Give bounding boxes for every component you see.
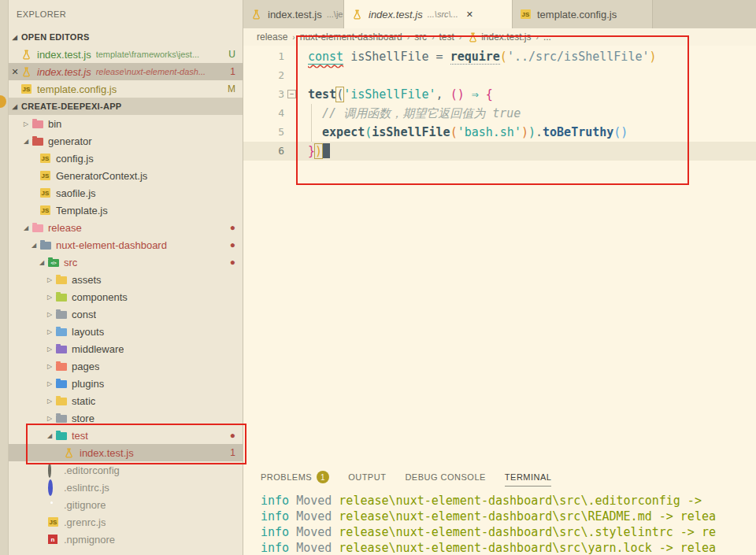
code-line-3: test('isShellFile', () ⇒ { — [308, 85, 756, 104]
js-file-icon: JS — [21, 83, 33, 94]
code-token: 'bash.sh' — [458, 125, 521, 139]
tree-item-middleware[interactable]: ▷middleware — [9, 340, 243, 357]
tree-item-index.test.js[interactable]: index.test.js1 — [9, 444, 243, 461]
terminal-token: release\nuxt-element-dashboard\src\.styl… — [339, 525, 716, 539]
problem-count-badge: 1 — [230, 447, 235, 458]
line-number: 1 — [278, 47, 284, 66]
breadcrumb-more[interactable]: ... — [543, 31, 551, 43]
tree-item-release[interactable]: ◢release● — [9, 219, 243, 236]
chevron-expanded-icon[interactable]: ◢ — [28, 242, 40, 249]
close-icon[interactable]: ✕ — [466, 9, 473, 20]
code-token: ( — [500, 50, 507, 64]
tree-item-.grenrc.js[interactable]: JS.grenrc.js — [9, 513, 243, 531]
fold-icon[interactable]: − — [287, 90, 296, 98]
chevron-collapsed-icon[interactable]: ▷ — [43, 363, 56, 370]
code-token: () — [450, 87, 465, 102]
folder-icon: </> — [48, 257, 60, 268]
tree-item-.npmignore[interactable]: n.npmignore — [9, 531, 243, 548]
tree-item-config.js[interactable]: JSconfig.js — [9, 150, 243, 167]
partial-icon — [48, 551, 60, 555]
error-dot-badge: ● — [230, 222, 235, 233]
panel-tab-label: TERMINAL — [505, 472, 552, 482]
panel-tab-problems[interactable]: PROBLEMS1 — [261, 471, 329, 487]
tree-item-Template.js[interactable]: JSTemplate.js — [9, 202, 243, 219]
breadcrumb-item-nuxt-element-dashboard[interactable]: nuxt-element-dashboard — [300, 31, 402, 43]
tree-item-partial[interactable] — [9, 548, 243, 555]
chevron-collapsed-icon[interactable]: ▷ — [43, 398, 56, 405]
code-line-4: // 调用函数，期望它返回值为 true — [308, 104, 756, 123]
chevron-expanded-icon[interactable]: ◢ — [20, 138, 32, 145]
chevron-collapsed-icon[interactable]: ▷ — [43, 311, 56, 318]
chevron-collapsed-icon[interactable]: ▷ — [43, 346, 56, 353]
tree-item-saofile.js[interactable]: JSsaofile.js — [9, 184, 243, 202]
tree-item-.eslintrc.js[interactable]: .eslintrc.js — [9, 479, 243, 496]
terminal-output[interactable]: info Moved release\nuxt-element-dashboar… — [261, 493, 756, 555]
tab-index.test.js[interactable]: index.test.js...\src\...✕ — [344, 0, 513, 28]
terminal-token: info — [261, 494, 289, 508]
js-file-icon: JS — [521, 9, 532, 20]
test-flask-icon — [21, 49, 33, 60]
folder-icon — [56, 274, 68, 285]
breadcrumb-separator: › — [407, 33, 410, 42]
tree-item-static[interactable]: ▷static — [9, 392, 243, 409]
decoration-badge: M — [228, 83, 235, 94]
panel-tab-output[interactable]: OUTPUT — [348, 472, 386, 486]
gutter-line-4: 4 — [243, 104, 295, 123]
breadcrumb-item-test[interactable]: test — [439, 31, 454, 43]
code-token: require — [450, 50, 500, 65]
breadcrumb-item-file[interactable]: index.test.js — [481, 31, 531, 43]
tree-item-src[interactable]: ◢</>src● — [9, 253, 243, 271]
tree-item-assets[interactable]: ▷assets — [9, 271, 243, 288]
tree-item-label: saofile.js — [56, 187, 96, 199]
open-editor-item-index.test.js[interactable]: ✕index.test.jsrelease\nuxt-element-dash.… — [9, 63, 243, 80]
tree-item-label: layouts — [72, 326, 104, 338]
tab-template.config.js[interactable]: JStemplate.config.js — [513, 0, 653, 28]
chevron-collapsed-icon[interactable]: ▷ — [43, 328, 56, 335]
error-dot-badge: ● — [230, 430, 235, 441]
open-editor-item-template.config.js[interactable]: JStemplate.config.jsM — [9, 80, 243, 98]
line-number: 5 — [278, 123, 284, 142]
chevron-expanded-icon[interactable]: ◢ — [20, 224, 32, 231]
chevron-collapsed-icon[interactable]: ▷ — [43, 415, 56, 422]
js-file-icon: JS — [48, 516, 60, 527]
tree-item-test[interactable]: ◢test● — [9, 427, 243, 444]
chevron-expanded-icon[interactable]: ◢ — [35, 259, 48, 266]
tree-item-store[interactable]: ▷store — [9, 409, 243, 427]
line-number: 4 — [278, 104, 284, 123]
chevron-collapsed-icon[interactable]: ▷ — [43, 380, 56, 387]
tab-index.test.js[interactable]: index.test.js...\jest\... — [243, 0, 344, 28]
tree-item-generator[interactable]: ◢generator — [9, 132, 243, 150]
tree-item-label: const — [72, 309, 96, 320]
tree-item-plugins[interactable]: ▷plugins — [9, 375, 243, 392]
chevron-collapsed-icon[interactable]: ▷ — [20, 120, 32, 128]
code-token: isShellFile = — [343, 50, 450, 64]
tree-item-layouts[interactable]: ▷layouts — [9, 323, 243, 340]
open-editor-item-index.test.js[interactable]: index.test.jstemplate\frameworks\jest...… — [9, 46, 243, 63]
tree-item-bin[interactable]: ▷bin — [9, 115, 243, 132]
breadcrumb-item-release[interactable]: release — [257, 31, 287, 43]
tree-item-.gitignore[interactable]: .gitignore — [9, 496, 243, 513]
chevron-collapsed-icon[interactable]: ▷ — [43, 276, 56, 283]
js-file-icon: JS — [40, 153, 52, 164]
tree-item-GeneratorContext.js[interactable]: JSGeneratorContext.js — [9, 167, 243, 184]
panel-tab-terminal[interactable]: TERMINAL — [505, 472, 552, 487]
tree-item-components[interactable]: ▷components — [9, 288, 243, 305]
tree-item-pages[interactable]: ▷pages — [9, 357, 243, 375]
terminal-token: Moved — [289, 494, 339, 508]
explorer-sidebar: EXPLORER ◢ OPEN EDITORS index.test.jstem… — [9, 0, 243, 555]
tree-item-.editorconfig[interactable]: .editorconfig — [9, 461, 243, 479]
tree-item-nuxt-element-dashboard[interactable]: ◢nuxt-element-dashboard● — [9, 236, 243, 253]
chevron-collapsed-icon[interactable]: ▷ — [43, 294, 56, 301]
breadcrumb[interactable]: release›nuxt-element-dashboard›src›test›… — [243, 28, 756, 46]
code-editor[interactable]: 123−456 const isShellFile = require('../… — [243, 46, 756, 464]
activity-badge — [0, 95, 6, 108]
terminal-token: release\nuxt-element-dashboard\src\.edit… — [339, 494, 702, 508]
tree-item-const[interactable]: ▷const — [9, 305, 243, 323]
open-editors-header[interactable]: ◢ OPEN EDITORS — [9, 28, 243, 46]
close-icon[interactable]: ✕ — [9, 67, 21, 77]
panel-tab-debug-console[interactable]: DEBUG CONSOLE — [405, 472, 485, 486]
tree-item-label: src — [64, 257, 77, 268]
project-header[interactable]: ◢ CREATE-DEEPEXI-APP — [9, 98, 243, 115]
breadcrumb-item-src[interactable]: src — [414, 31, 427, 43]
chevron-expanded-icon[interactable]: ◢ — [43, 432, 56, 439]
